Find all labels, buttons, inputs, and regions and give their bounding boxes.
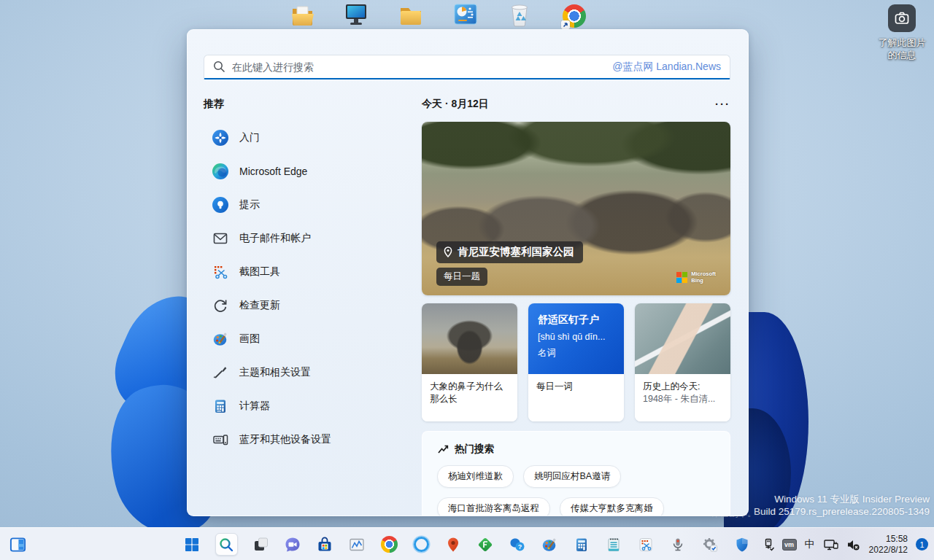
calculator-icon (211, 397, 230, 416)
monitor-icon (343, 1, 369, 29)
sidebar-item-label: 截图工具 (239, 265, 280, 279)
hand-pen-photo (635, 303, 730, 374)
feedback-hub-button[interactable] (476, 535, 495, 553)
search-button-active[interactable] (215, 533, 238, 556)
vmware-tray-icon[interactable]: vm (782, 539, 797, 551)
maps-button[interactable] (444, 535, 463, 553)
email-icon (211, 229, 230, 248)
desktop-icon-chrome[interactable] (561, 1, 587, 29)
clock[interactable]: 15:58 2022/8/12 (867, 534, 908, 556)
hero-daily-badge[interactable]: 每日一题 (436, 268, 487, 286)
desktop-icon-control-panel[interactable] (452, 1, 479, 29)
search-box[interactable]: @蓝点网 Landian.News (204, 55, 730, 79)
get-help-icon: ? (509, 536, 526, 553)
tips-icon (211, 195, 230, 214)
snipping-tool-button[interactable] (637, 535, 655, 553)
hero-location-badge[interactable]: 肯尼亚安博塞利国家公园 (436, 241, 583, 263)
trending-pill[interactable]: 姚明回应村BA邀请 (523, 465, 621, 488)
card-caption: 历史上的今天: 1948年 - 朱自清... (635, 374, 730, 421)
update-refresh-icon (211, 296, 230, 315)
hero-location-label: 肯尼亚安博塞利国家公园 (458, 245, 574, 259)
card-word-of-day[interactable]: 舒适区钉子户 [shū shì qū dīn... 名词 每日一词 (528, 303, 624, 421)
ime-indicator[interactable]: 中 (803, 538, 817, 551)
sidebar-item-get-started[interactable]: 入门 (204, 121, 422, 155)
card-caption: 大象的鼻子为什么 那么长 (422, 374, 517, 421)
camera-icon[interactable] (888, 4, 916, 32)
more-options-button[interactable]: ··· (715, 101, 730, 108)
card-today-in-history[interactable]: 历史上的今天: 1948年 - 朱自清... (635, 303, 730, 421)
trending-pill[interactable]: 海口首批游客离岛返程 (437, 497, 550, 516)
sidebar-item-check-updates[interactable]: 检查更新 (204, 289, 422, 322)
sidebar-item-label: 入门 (239, 131, 260, 144)
desktop-icon-picture-info[interactable]: 了解此图片 的信息 (887, 4, 916, 61)
cortana-button[interactable] (412, 535, 431, 553)
taskbar: ? (0, 527, 934, 560)
edge-icon (211, 162, 230, 181)
settings-check-button[interactable] (701, 535, 719, 553)
search-branding-link[interactable]: @蓝点网 Landian.News (612, 61, 721, 74)
security-shield-icon (733, 536, 751, 553)
sidebar-item-paint[interactable]: 画图 (204, 322, 422, 356)
chrome-icon (381, 536, 398, 553)
chrome-button[interactable] (380, 535, 398, 553)
sidebar-item-edge[interactable]: Microsoft Edge (204, 155, 422, 188)
control-panel-icon (452, 1, 479, 29)
sidebar-item-label: 检查更新 (239, 299, 280, 312)
recommended-header: 推荐 (204, 98, 422, 111)
folder-icon (398, 1, 424, 29)
sidebar-item-tips[interactable]: 提示 (204, 188, 422, 222)
notepad-button[interactable] (605, 535, 623, 553)
sidebar-item-label: 电子邮件和帐户 (239, 232, 311, 245)
snipping-tool-icon (637, 536, 655, 553)
store-button[interactable] (316, 535, 334, 553)
sidebar-item-label: 提示 (239, 198, 260, 211)
paint-button[interactable] (541, 535, 559, 553)
microsoft-logo-icon (676, 272, 687, 283)
trending-pill[interactable]: 传媒大亨默多克离婚 (560, 497, 664, 516)
desktop-icon-recycle-bin[interactable] (506, 1, 533, 29)
desktop-icon-folder-open[interactable] (290, 1, 317, 29)
desktop-icon-this-pc[interactable] (343, 1, 369, 29)
sidebar-item-label: Microsoft Edge (239, 166, 307, 177)
recommended-list: 入门 Microsoft Edge (204, 121, 422, 456)
volume-muted-icon[interactable] (846, 537, 860, 552)
voice-recorder-button[interactable] (669, 535, 687, 553)
folder-open-icon (290, 1, 317, 29)
network-icon[interactable] (823, 537, 839, 552)
search-icon (213, 61, 225, 73)
task-manager-button[interactable] (348, 535, 366, 553)
brush-icon (211, 363, 230, 382)
calculator-button[interactable] (573, 535, 591, 553)
notification-badge[interactable]: 1 (916, 538, 928, 551)
card-elephant-question[interactable]: 大象的鼻子为什么 那么长 (422, 303, 517, 421)
sidebar-item-calculator[interactable]: 计算器 (204, 389, 422, 423)
task-manager-icon (348, 536, 366, 553)
start-button[interactable] (183, 535, 201, 553)
search-input[interactable] (232, 61, 612, 73)
windows-security-button[interactable] (733, 535, 752, 553)
paint-icon (211, 330, 230, 349)
svg-text:?: ? (518, 543, 522, 551)
chat-button[interactable] (284, 535, 302, 553)
usb-eject-icon[interactable] (761, 537, 776, 552)
sidebar-item-bluetooth-devices[interactable]: 蓝牙和其他设备设置 (204, 423, 422, 456)
task-view-button[interactable] (252, 535, 270, 553)
daily-image-card[interactable]: 肯尼亚安博塞利国家公园 每日一题 Microsoft Bing (422, 122, 730, 295)
snipping-tool-icon (211, 262, 230, 281)
paint-icon (541, 536, 558, 553)
notepad-icon (605, 536, 622, 553)
desktop-icon-folder[interactable] (398, 1, 424, 29)
sidebar-item-themes[interactable]: 主题和相关设置 (204, 356, 422, 389)
sidebar-item-snipping-tool[interactable]: 截图工具 (204, 255, 422, 289)
search-icon (218, 537, 234, 553)
get-help-button[interactable]: ? (509, 535, 527, 553)
search-flyout-panel: @蓝点网 Landian.News 推荐 (187, 29, 749, 516)
trending-section: 热门搜索 杨迪刘维道歉 姚明回应村BA邀请 海口首批游客离岛返程 传媒大亨默多克… (422, 431, 730, 516)
sidebar-item-label: 主题和相关设置 (239, 366, 311, 379)
devices-icon (211, 430, 230, 449)
feedback-hub-icon (476, 536, 494, 553)
card-caption: 每日一词 (528, 374, 624, 421)
trending-pill[interactable]: 杨迪刘维道歉 (437, 465, 514, 488)
sidebar-item-email[interactable]: 电子邮件和帐户 (204, 222, 422, 255)
date-header: 今天 · 8月12日 (422, 98, 489, 111)
